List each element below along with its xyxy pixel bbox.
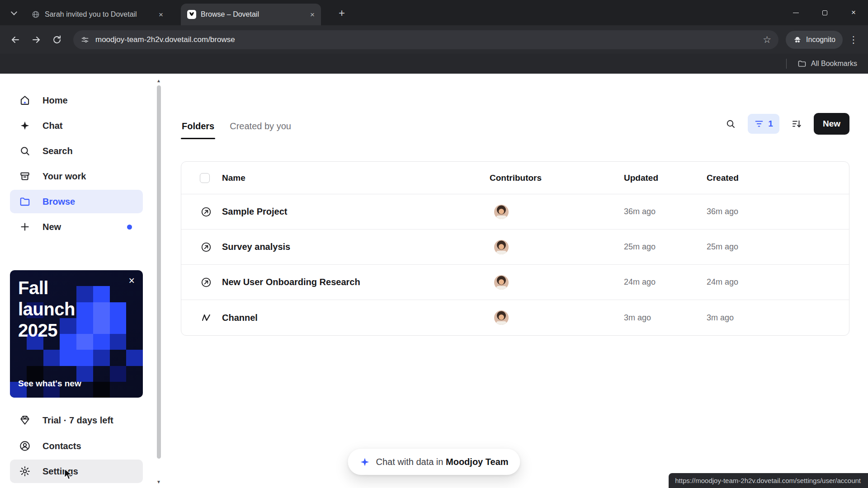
table-header-row: Name Contributors Updated Created <box>181 162 849 194</box>
globe-favicon-icon <box>31 10 40 19</box>
filter-count: 1 <box>768 119 773 129</box>
tab-strip: Sarah invited you to Dovetail × Browse –… <box>0 0 868 25</box>
team-name: Moodjoy Team <box>446 457 509 467</box>
tab-close-icon[interactable]: × <box>159 11 163 19</box>
new-button[interactable]: New <box>814 113 849 135</box>
column-header-created[interactable]: Created <box>707 173 849 183</box>
sidebar-item-your-work[interactable]: Your work <box>10 164 143 188</box>
sparkle-icon <box>359 457 370 467</box>
sidebar-item-contacts[interactable]: Contacts <box>10 434 143 458</box>
contributor-avatar <box>494 275 509 290</box>
all-bookmarks-button[interactable]: All Bookmarks <box>811 60 857 68</box>
back-button[interactable] <box>6 31 24 49</box>
row-name: Survey analysis <box>213 242 490 252</box>
url-text[interactable]: moodjoy-team-2h2v.dovetail.com/browse <box>95 35 757 44</box>
scrollbar-up-arrow[interactable]: ▲ <box>156 78 161 83</box>
row-created: 25m ago <box>707 242 849 252</box>
project-icon <box>200 241 212 253</box>
tab-created-by-you[interactable]: Created by you <box>229 113 292 139</box>
table-row[interactable]: New User Onboarding Research 24m ago 24m… <box>181 265 849 300</box>
select-all-checkbox[interactable] <box>200 173 210 183</box>
dovetail-page: Home Chat Search Your work Browse New <box>0 74 868 488</box>
browser-tab-active[interactable]: Browse – Dovetail × <box>181 4 321 25</box>
sidebar-item-browse[interactable]: Browse <box>10 190 143 213</box>
search-icon <box>19 145 31 157</box>
table-row[interactable]: Channel 3m ago 3m ago <box>181 300 849 335</box>
project-icon <box>200 277 212 288</box>
promo-close-icon[interactable]: × <box>129 276 135 286</box>
bookmarks-folder-icon <box>797 59 807 68</box>
tab-title: Sarah invited you to Dovetail <box>45 10 154 19</box>
sidebar-item-settings[interactable]: Settings <box>10 460 143 483</box>
home-icon <box>19 94 31 106</box>
tab-search-button[interactable] <box>6 5 22 20</box>
notification-dot <box>127 225 132 230</box>
browser-menu-icon[interactable]: ⋮ <box>845 34 862 45</box>
forward-button[interactable] <box>27 31 45 49</box>
link-status-bubble: https://moodjoy-team-2h2v.dovetail.com/s… <box>669 473 868 488</box>
promo-cta-link[interactable]: See what's new <box>18 379 81 389</box>
filter-icon <box>754 119 764 129</box>
window-close-button[interactable]: × <box>839 0 868 25</box>
url-bar[interactable]: moodjoy-team-2h2v.dovetail.com/browse ☆ <box>73 30 778 49</box>
sidebar-item-new[interactable]: New <box>10 215 143 239</box>
search-button[interactable] <box>721 114 741 134</box>
contributor-avatar <box>494 310 509 325</box>
sidebar-item-chat[interactable]: Chat <box>10 114 143 137</box>
row-name: Channel <box>213 313 490 323</box>
tab-folders[interactable]: Folders <box>181 113 215 139</box>
scrollbar-down-arrow[interactable]: ▼ <box>156 479 161 484</box>
sort-button[interactable] <box>787 114 807 134</box>
promo-card-fall-launch[interactable]: Fall launch 2025 × See what's new <box>10 270 143 398</box>
browser-tab-inactive[interactable]: Sarah invited you to Dovetail × <box>25 4 170 25</box>
sidebar-item-label: Browse <box>42 197 75 207</box>
sidebar-item-label: Chat <box>42 121 62 131</box>
mouse-cursor <box>63 468 73 482</box>
sidebar-item-search[interactable]: Search <box>10 139 143 163</box>
project-icon <box>200 206 212 218</box>
filter-button[interactable]: 1 <box>748 114 779 134</box>
row-updated: 36m ago <box>624 207 707 216</box>
plus-icon <box>19 221 31 233</box>
scrollbar-thumb[interactable] <box>157 85 161 459</box>
site-info-icon[interactable] <box>80 35 90 44</box>
maximize-icon <box>822 10 827 15</box>
gem-icon <box>19 414 31 426</box>
browser-toolbar: moodjoy-team-2h2v.dovetail.com/browse ☆ … <box>0 25 868 54</box>
row-updated: 25m ago <box>624 242 707 252</box>
row-name: Sample Project <box>213 206 490 217</box>
bookmark-star-icon[interactable]: ☆ <box>763 35 771 44</box>
column-header-updated[interactable]: Updated <box>624 173 707 183</box>
sidebar-item-home[interactable]: Home <box>10 89 143 112</box>
gear-icon <box>19 465 31 477</box>
column-header-name[interactable]: Name <box>213 173 490 183</box>
column-header-contributors[interactable]: Contributors <box>490 173 624 183</box>
row-created: 36m ago <box>707 207 849 216</box>
incognito-badge: Incognito <box>786 31 843 49</box>
channel-icon <box>200 312 212 324</box>
sidebar-item-label: Your work <box>42 171 86 182</box>
chat-with-data-pill[interactable]: Chat with data in Moodjoy Team <box>348 449 520 475</box>
maximize-button[interactable] <box>810 0 839 25</box>
incognito-icon <box>793 35 802 44</box>
sidebar-item-label: Trial · 7 days left <box>42 415 113 426</box>
table-row[interactable]: Sample Project 36m ago 36m ago <box>181 194 849 230</box>
new-tab-button[interactable]: + <box>335 6 349 20</box>
browser-chrome: Sarah invited you to Dovetail × Browse –… <box>0 0 868 74</box>
contributor-avatar <box>494 240 509 254</box>
browse-view-tabs: Folders Created by you <box>181 113 292 139</box>
tab-title: Browse – Dovetail <box>201 10 306 19</box>
row-created: 3m ago <box>707 313 849 323</box>
row-created: 24m ago <box>707 277 849 287</box>
dovetail-favicon-icon <box>187 10 196 19</box>
row-updated: 24m ago <box>624 277 707 287</box>
reload-button[interactable] <box>48 31 66 49</box>
contributor-avatar <box>494 205 509 219</box>
sidebar-item-label: Contacts <box>42 441 81 451</box>
folders-table: Name Contributors Updated Created Sample… <box>181 161 849 336</box>
sidebar-item-trial[interactable]: Trial · 7 days left <box>10 408 143 432</box>
minimize-button[interactable] <box>781 0 810 25</box>
tab-close-icon[interactable]: × <box>310 11 315 19</box>
incognito-label: Incognito <box>806 36 835 44</box>
table-row[interactable]: Survey analysis 25m ago 25m ago <box>181 230 849 265</box>
